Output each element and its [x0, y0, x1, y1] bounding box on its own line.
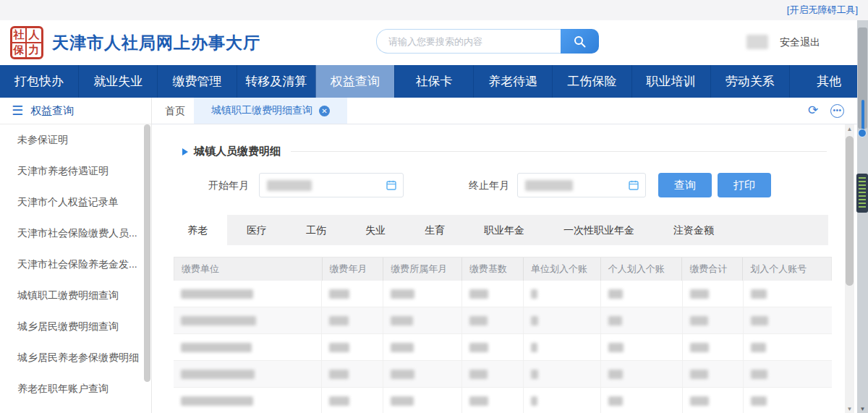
table-cell — [322, 361, 383, 387]
main-nav: 打包快办 就业失业 缴费管理 转移及清算 权益查询 社保卡 养老待遇 工伤保险 … — [0, 65, 868, 98]
section-title: 城镇人员缴费明细 — [194, 145, 281, 158]
table-cell — [683, 334, 744, 360]
nav-item[interactable]: 劳动关系 — [710, 65, 789, 98]
redacted-value — [690, 396, 709, 406]
stripe-pattern — [859, 177, 866, 209]
table-row[interactable] — [174, 388, 832, 413]
nav-item[interactable]: 工伤保险 — [552, 65, 631, 98]
start-month-label: 开始年月 — [208, 172, 249, 198]
username-redacted — [746, 35, 768, 49]
nav-item[interactable]: 其他 — [789, 65, 868, 98]
sidebar-item[interactable]: 养老在职年账户查询 — [0, 373, 151, 404]
logo-char: 保 — [12, 43, 27, 57]
tab-active[interactable]: 城镇职工缴费明细查询 ✕ — [194, 98, 347, 124]
tab-close-icon[interactable]: ✕ — [319, 106, 330, 116]
content-scrollbar[interactable]: ▲ ▼ — [845, 124, 854, 413]
floating-striped-widget[interactable] — [856, 174, 868, 213]
sidebar-item[interactable]: 城镇职工缴费明细查询 — [0, 280, 151, 311]
table-cell — [524, 361, 601, 387]
table-row[interactable] — [174, 334, 832, 361]
scroll-down-arrow-icon[interactable]: ▼ — [857, 406, 868, 412]
end-month-input[interactable] — [517, 173, 646, 197]
redacted-value — [267, 180, 312, 191]
redacted-value — [531, 396, 537, 406]
nav-item[interactable]: 转移及清算 — [237, 65, 315, 98]
subtab[interactable]: 工伤 — [286, 215, 346, 245]
subtab-active[interactable]: 养老 — [168, 215, 227, 245]
nav-item[interactable]: 缴费管理 — [157, 65, 236, 98]
table-row[interactable] — [174, 307, 832, 334]
subtab[interactable]: 生育 — [405, 215, 464, 245]
sidebar-item[interactable]: 天津市社会保险缴费人员... — [0, 218, 151, 249]
table-row[interactable] — [174, 281, 832, 307]
nav-item[interactable]: 职业培训 — [631, 65, 710, 98]
redacted-value — [329, 316, 349, 325]
column-header: 缴费所属年月 — [383, 257, 462, 281]
sidebar-item[interactable]: 天津市社会保险养老金发... — [0, 249, 151, 280]
accessibility-tool-link[interactable]: [开启无障碍工具] — [787, 0, 858, 20]
sidebar-scrollbar-thumb[interactable] — [144, 124, 150, 382]
redacted-value — [391, 370, 414, 379]
nav-item-active[interactable]: 权益查询 — [315, 65, 394, 98]
query-button[interactable]: 查询 — [658, 173, 712, 197]
redacted-value — [690, 316, 708, 325]
redacted-value — [531, 370, 538, 379]
redacted-value — [531, 289, 537, 299]
table-cell — [601, 281, 683, 307]
floating-slider-widget[interactable] — [858, 100, 868, 142]
sidebar-item[interactable]: 城乡居民缴费明细查询 — [0, 311, 151, 342]
calendar-icon[interactable] — [386, 180, 396, 190]
redacted-value — [690, 289, 709, 299]
table-header-row: 缴费单位 缴费年月 缴费所属年月 缴费基数 单位划入个账 个人划入个账 缴费合计… — [174, 257, 832, 281]
sidebar-item[interactable]: 天津市养老待遇证明 — [0, 156, 151, 187]
column-header: 单位划入个账 — [524, 257, 601, 281]
sidebar-item[interactable]: 城乡居民养老参保缴费明细 — [0, 342, 151, 373]
scroll-down-arrow-icon[interactable]: ▼ — [845, 406, 854, 412]
nav-item[interactable]: 打包快办 — [0, 65, 78, 98]
redacted-value — [391, 289, 414, 299]
search-input[interactable] — [376, 29, 561, 54]
logout-link[interactable]: 安全退出 — [780, 36, 820, 49]
table-cell — [601, 334, 683, 360]
table-row[interactable] — [174, 361, 832, 388]
subtab[interactable]: 职业年金 — [464, 215, 544, 245]
table-cell — [174, 388, 322, 413]
redacted-value — [329, 289, 349, 299]
table-cell — [462, 361, 524, 387]
sidebar-title: 权益查询 — [30, 104, 74, 118]
subtab[interactable]: 一次性职业年金 — [544, 215, 654, 245]
refresh-icon[interactable]: ⟳ — [807, 104, 820, 117]
menu-list-icon[interactable]: ☰ — [12, 104, 23, 117]
nav-item[interactable]: 养老待遇 — [473, 65, 552, 98]
redacted-value — [469, 343, 488, 352]
sidebar-item[interactable]: 未参保证明 — [0, 124, 151, 156]
redacted-value — [181, 396, 253, 406]
redacted-value — [608, 316, 622, 325]
slider-knob[interactable] — [858, 129, 867, 137]
redacted-value — [469, 289, 488, 299]
start-month-input[interactable] — [259, 173, 404, 197]
table-cell — [524, 388, 601, 413]
more-options-icon[interactable]: ••• — [830, 104, 844, 118]
browser-scrollbar[interactable]: ▼ — [857, 20, 868, 413]
nav-item[interactable]: 社保卡 — [394, 65, 473, 98]
print-button[interactable]: 打印 — [718, 173, 771, 197]
redacted-value — [329, 396, 349, 406]
nav-item[interactable]: 就业失业 — [78, 65, 157, 98]
tab-home[interactable]: 首页 — [156, 98, 194, 124]
content-scrollbar-thumb[interactable] — [846, 136, 854, 286]
redacted-value — [391, 316, 413, 325]
subtab[interactable]: 注资金额 — [654, 215, 733, 245]
subtab[interactable]: 医疗 — [227, 215, 286, 245]
scroll-up-arrow-icon[interactable]: ▲ — [845, 126, 854, 132]
redacted-value — [469, 316, 488, 325]
content-panel: 城镇人员缴费明细 开始年月 终止年月 查询 打印 养老 医疗 工伤 失业 生育 … — [152, 124, 868, 413]
redacted-value — [469, 370, 488, 379]
search-button[interactable] — [561, 29, 599, 54]
table-cell — [322, 307, 383, 333]
subtab[interactable]: 失业 — [346, 215, 405, 245]
calendar-icon[interactable] — [629, 180, 639, 190]
sidebar-item[interactable]: 天津市个人权益记录单 — [0, 187, 151, 218]
slider-stem — [861, 100, 864, 132]
redacted-value — [751, 396, 767, 406]
